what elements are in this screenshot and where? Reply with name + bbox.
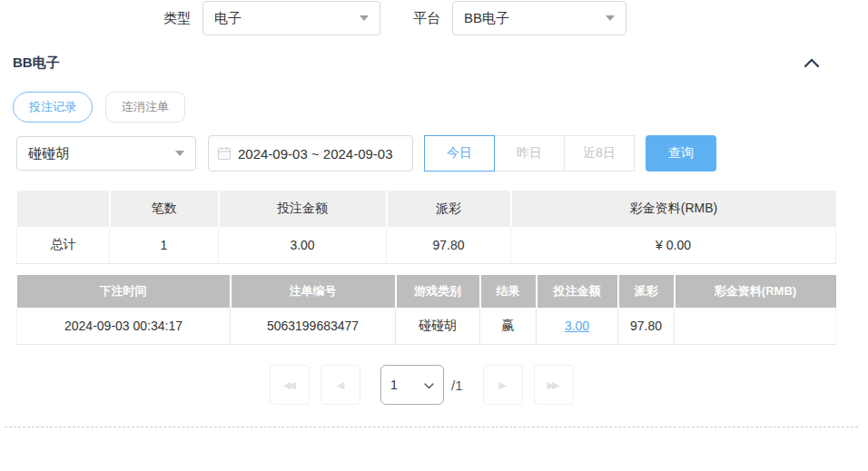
chevron-up-icon bbox=[804, 57, 820, 71]
chevron-down-icon bbox=[424, 378, 434, 392]
platform-select-value: BB电子 bbox=[464, 10, 509, 27]
search-button[interactable]: 查询 bbox=[646, 135, 716, 172]
summary-header-row: 笔数 投注金额 派彩 彩金资料(RMB) bbox=[17, 191, 836, 227]
quick-date-group: 今日 昨日 近8日 bbox=[424, 135, 635, 172]
page-select-value: 1 bbox=[390, 378, 398, 392]
yesterday-button[interactable]: 昨日 bbox=[494, 135, 565, 172]
platform-label: 平台 bbox=[413, 10, 440, 27]
date-range-picker[interactable]: 2024-09-03 ~ 2024-09-03 bbox=[208, 135, 413, 172]
page-total-text: /1 bbox=[451, 378, 463, 393]
first-page-button[interactable]: ◀◀ bbox=[270, 365, 310, 405]
calendar-icon bbox=[217, 146, 232, 161]
summary-header-count: 笔数 bbox=[110, 191, 219, 227]
payout-cell: 97.80 bbox=[618, 308, 675, 344]
collapse-section-button[interactable] bbox=[799, 53, 824, 74]
result-cell: 赢 bbox=[480, 308, 537, 344]
bet-amount-link[interactable]: 3.00 bbox=[565, 319, 589, 333]
table-row: 2024-09-03 00:34:17 5063199683477 碰碰胡 赢 … bbox=[17, 308, 836, 344]
detail-header-order-id: 注单编号 bbox=[231, 275, 396, 308]
caret-down-icon bbox=[360, 15, 369, 21]
detail-header-game: 游戏类别 bbox=[396, 275, 480, 308]
summary-total-bet-amount: 3.00 bbox=[219, 227, 387, 263]
detail-header-time: 下注时间 bbox=[17, 275, 231, 308]
type-label: 类型 bbox=[163, 10, 191, 27]
summary-table: 笔数 投注金额 派彩 彩金资料(RMB) 总计 1 3.00 97.80 ¥ 0… bbox=[16, 191, 836, 264]
order-id-cell: 5063199683477 bbox=[231, 308, 396, 344]
game-select-value: 碰碰胡 bbox=[28, 145, 69, 162]
caret-down-icon bbox=[606, 15, 615, 21]
detail-header-result: 结果 bbox=[480, 275, 537, 308]
summary-total-bonus: ¥ 0.00 bbox=[511, 227, 836, 263]
top-filter-row: 类型 电子 平台 BB电子 bbox=[163, 0, 626, 36]
detail-header-payout: 派彩 bbox=[618, 275, 675, 308]
page-select[interactable]: 1 bbox=[380, 365, 444, 405]
left-arrow-icon: ◀ bbox=[337, 379, 344, 391]
tab-bet-records[interactable]: 投注记录 bbox=[13, 92, 93, 123]
summary-header-bonus: 彩金资料(RMB) bbox=[511, 191, 836, 227]
summary-total-payout: 97.80 bbox=[387, 227, 511, 263]
prev-page-button[interactable]: ◀ bbox=[321, 365, 360, 405]
summary-header-empty bbox=[17, 191, 110, 227]
pagination: ◀◀ ◀ 1 /1 ▶ ▶▶ bbox=[270, 365, 574, 405]
today-button[interactable]: 今日 bbox=[424, 135, 495, 172]
tab-cancelled-orders[interactable]: 连消注单 bbox=[105, 92, 185, 123]
next-page-button[interactable]: ▶ bbox=[483, 365, 523, 405]
summary-total-label: 总计 bbox=[17, 227, 110, 263]
last-page-button[interactable]: ▶▶ bbox=[534, 365, 574, 405]
tab-bar: 投注记录 连消注单 bbox=[13, 92, 185, 123]
caret-down-icon bbox=[175, 151, 184, 156]
summary-total-count: 1 bbox=[110, 227, 219, 263]
detail-table: 下注时间 注单编号 游戏类别 结果 投注金额 派彩 彩金资料(RMB) 2024… bbox=[16, 275, 836, 345]
filter-bar: 碰碰胡 2024-09-03 ~ 2024-09-03 今日 昨日 近8日 查询 bbox=[16, 135, 716, 172]
last8days-button[interactable]: 近8日 bbox=[564, 135, 635, 172]
detail-header-bonus: 彩金资料(RMB) bbox=[675, 275, 836, 308]
platform-select[interactable]: BB电子 bbox=[452, 1, 626, 35]
section-title: BB电子 bbox=[13, 54, 60, 72]
detail-header-bet-amount: 投注金额 bbox=[537, 275, 618, 308]
dashed-divider bbox=[5, 427, 858, 427]
type-select-value: 电子 bbox=[214, 10, 242, 27]
double-left-arrow-icon: ◀◀ bbox=[283, 379, 293, 391]
summary-header-bet-amount: 投注金额 bbox=[219, 191, 387, 227]
date-range-value: 2024-09-03 ~ 2024-09-03 bbox=[238, 146, 393, 162]
bet-time-cell: 2024-09-03 00:34:17 bbox=[17, 308, 231, 344]
bonus-cell bbox=[675, 308, 836, 344]
right-arrow-icon: ▶ bbox=[498, 379, 506, 391]
summary-total-row: 总计 1 3.00 97.80 ¥ 0.00 bbox=[17, 227, 836, 263]
game-type-cell: 碰碰胡 bbox=[396, 308, 480, 344]
summary-header-payout: 派彩 bbox=[387, 191, 511, 227]
detail-header-row: 下注时间 注单编号 游戏类别 结果 投注金额 派彩 彩金资料(RMB) bbox=[17, 275, 836, 308]
bet-amount-cell: 3.00 bbox=[537, 308, 618, 344]
game-select[interactable]: 碰碰胡 bbox=[16, 136, 196, 171]
type-select[interactable]: 电子 bbox=[202, 1, 380, 35]
double-right-arrow-icon: ▶▶ bbox=[547, 379, 557, 391]
